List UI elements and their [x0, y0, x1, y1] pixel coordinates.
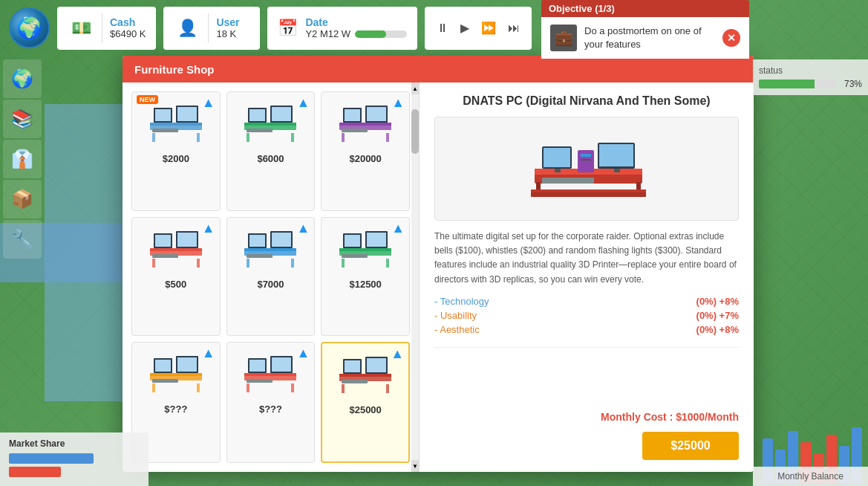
- buy-button[interactable]: $25000: [642, 432, 739, 460]
- product-arrow-9: ▲: [391, 346, 404, 362]
- svg-rect-32: [177, 233, 197, 247]
- scrollbar-thumb[interactable]: [411, 109, 419, 154]
- status-label: status: [759, 65, 862, 76]
- objective-panel: Objective (1/3) 💼 Do a postmortem on one…: [541, 0, 749, 59]
- status-panel: status 73%: [753, 59, 868, 95]
- product-price-6: $12500: [349, 279, 381, 290]
- detail-panel: DNATS PC (Digital Nirvana And Then Some): [420, 82, 754, 472]
- product-grid: ▲NEW $2000▲ $6000▲ $20000▲: [123, 82, 419, 472]
- svg-rect-5: [177, 107, 197, 121]
- svg-rect-66: [249, 360, 265, 372]
- sidebar-item-globe[interactable]: 🌍: [3, 59, 42, 98]
- product-cell-5[interactable]: ▲ $7000: [226, 217, 316, 337]
- svg-rect-78: [342, 380, 368, 383]
- date-value: Y2 M12 W: [305, 28, 350, 39]
- svg-rect-70: [247, 383, 249, 392]
- product-price-1: $2000: [163, 153, 189, 164]
- product-image-9: [332, 349, 399, 401]
- user-icon: 👤: [174, 18, 200, 39]
- user-card: 👤 User 18 K: [163, 7, 260, 50]
- playback-controls: ⏸ ▶ ⏩ ⏭: [425, 7, 532, 50]
- svg-rect-87: [599, 144, 633, 166]
- product-arrow-6: ▲: [391, 221, 405, 236]
- pause-button[interactable]: ⏸: [434, 20, 451, 36]
- svg-rect-12: [249, 109, 265, 121]
- furniture-shop-modal: Furniture Shop ▲NEW $2000▲ $6000▲: [123, 56, 754, 472]
- stat-label-2: - Aesthetic: [434, 324, 480, 335]
- product-cell-8[interactable]: ▲ $???: [226, 342, 316, 463]
- svg-rect-90: [581, 154, 591, 157]
- product-arrow-4: ▲: [202, 221, 215, 236]
- user-value: 18 K: [216, 28, 239, 39]
- product-image-1: [143, 98, 209, 150]
- detail-stats: - Technology(0%) +8%- Usability(0%) +7%-…: [434, 296, 739, 335]
- svg-rect-68: [272, 357, 291, 372]
- sidebar-item-bookshelf[interactable]: 📚: [3, 100, 42, 138]
- sidebar-item-person[interactable]: 👔: [3, 140, 42, 178]
- svg-rect-41: [272, 233, 291, 247]
- product-arrow-7: ▲: [202, 346, 215, 361]
- product-image-2: [237, 98, 304, 150]
- svg-rect-14: [272, 107, 291, 121]
- svg-rect-6: [152, 129, 178, 132]
- stat-value-1: (0%) +7%: [696, 310, 739, 321]
- product-price-7: $???: [164, 404, 187, 415]
- scroll-up-button[interactable]: ▲: [411, 82, 419, 94]
- product-image-8: [237, 349, 304, 401]
- svg-rect-92: [542, 178, 594, 184]
- svg-rect-43: [247, 259, 249, 268]
- play-button[interactable]: ▶: [457, 19, 472, 36]
- detail-description: The ultimate digital set up for the corp…: [434, 230, 739, 287]
- fastest-button[interactable]: ⏭: [505, 20, 523, 36]
- objective-close-button[interactable]: ✕: [722, 29, 740, 47]
- objective-icon: 💼: [550, 25, 577, 51]
- svg-rect-46: [339, 248, 391, 251]
- stat-label-1: - Usability: [434, 310, 477, 321]
- product-price-9: $25000: [349, 404, 381, 415]
- product-arrow-2: ▲: [297, 95, 310, 111]
- date-card: 📅 Date Y2 M12 W: [267, 7, 417, 50]
- svg-rect-17: [291, 133, 294, 142]
- svg-rect-21: [345, 109, 360, 121]
- svg-rect-7: [152, 133, 155, 142]
- stat-label-0: - Technology: [434, 296, 489, 307]
- left-sidebar: 🌍 📚 👔 📦 🔧: [0, 59, 45, 259]
- svg-rect-23: [367, 107, 386, 121]
- svg-rect-88: [614, 169, 620, 172]
- svg-rect-48: [345, 235, 360, 247]
- sidebar-item-box[interactable]: 📦: [3, 180, 42, 218]
- scrollbar[interactable]: ▲ ▼: [411, 82, 419, 472]
- product-cell-9[interactable]: ▲ $25000: [321, 342, 410, 463]
- product-image-6: [332, 224, 399, 276]
- stat-value-0: (0%) +8%: [696, 296, 739, 307]
- svg-rect-44: [291, 259, 294, 268]
- svg-rect-30: [155, 235, 171, 247]
- svg-rect-79: [342, 384, 345, 393]
- globe-icon[interactable]: 🌍: [9, 7, 50, 48]
- cash-label: Cash: [110, 16, 146, 28]
- shop-header: Furniture Shop: [123, 56, 754, 82]
- scroll-down-button[interactable]: ▼: [411, 460, 419, 472]
- market-bar-blue: [9, 453, 94, 464]
- market-bar-red: [9, 467, 61, 477]
- product-cell-6[interactable]: ▲ $12500: [321, 217, 410, 337]
- product-image-3: [332, 98, 399, 150]
- fast-button[interactable]: ⏩: [478, 19, 499, 36]
- product-image-4: [143, 224, 209, 276]
- svg-rect-28: [150, 248, 202, 251]
- svg-rect-16: [247, 133, 249, 142]
- svg-rect-84: [544, 148, 570, 167]
- svg-rect-35: [197, 259, 200, 268]
- sidebar-item-tools[interactable]: 🔧: [3, 220, 42, 259]
- product-cell-4[interactable]: ▲ $500: [131, 217, 221, 337]
- svg-rect-61: [152, 383, 155, 392]
- svg-rect-89: [578, 150, 594, 172]
- svg-rect-77: [367, 358, 386, 372]
- product-cell-2[interactable]: ▲ $6000: [226, 91, 316, 211]
- svg-rect-25: [342, 133, 345, 142]
- product-cell-1[interactable]: ▲NEW $2000: [131, 91, 221, 211]
- svg-rect-71: [291, 383, 294, 392]
- product-cell-3[interactable]: ▲ $20000: [321, 91, 410, 211]
- svg-rect-60: [152, 379, 178, 383]
- svg-rect-91: [581, 159, 591, 161]
